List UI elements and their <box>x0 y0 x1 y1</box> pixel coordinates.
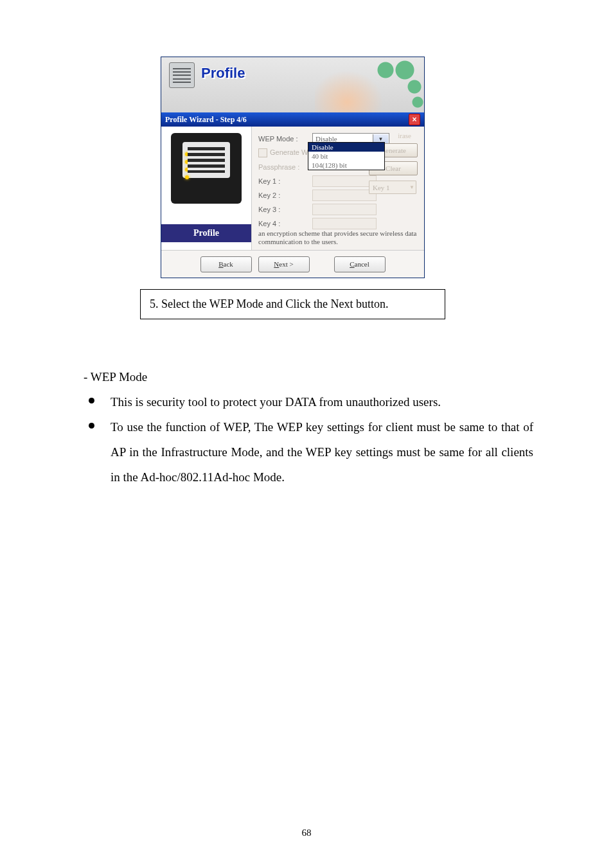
back-accel: B <box>218 260 223 268</box>
key4-row: Key 4 : <box>258 217 418 231</box>
default-key-select[interactable]: Key 1 ▼ <box>369 181 416 194</box>
wep-option-40bit[interactable]: 40 bit <box>308 152 384 161</box>
key3-row: Key 3 : <box>258 202 418 217</box>
wizard-nav: Back Next > Cancel <box>161 250 424 278</box>
description-text: an encryption scheme that provides secur… <box>258 229 418 246</box>
right-pane: irase WEP Mode : Disable ▼ Disable 40 bi… <box>252 127 424 250</box>
key4-label: Key 4 : <box>258 220 308 227</box>
left-pane: Profile <box>161 127 252 250</box>
passphrase-label: Passphrase : <box>258 163 308 171</box>
key1-field[interactable] <box>312 175 377 187</box>
document-icon <box>169 62 195 88</box>
list-item: To use the function of WEP, The WEP key … <box>84 415 533 490</box>
led-icon <box>185 168 189 172</box>
next-button[interactable]: Next > <box>258 256 310 272</box>
profile-wizard-screenshot: Profile Profile Wizard - Step 4/6 × Prof… <box>161 57 425 278</box>
key2-label: Key 2 : <box>258 191 308 199</box>
led-icon <box>185 152 189 156</box>
key2-field[interactable] <box>312 190 377 201</box>
key3-field[interactable] <box>312 204 377 215</box>
profile-illustration <box>171 133 242 204</box>
step-title-bar: Profile Wizard - Step 4/6 × <box>161 112 424 127</box>
generate-label: Generate W <box>270 148 308 156</box>
profile-wizard-dialog: Profile Profile Wizard - Step 4/6 × Prof… <box>161 57 425 278</box>
page: Profile Profile Wizard - Step 4/6 × Prof… <box>0 0 613 868</box>
key4-field[interactable] <box>312 218 377 229</box>
default-key-value: Key 1 <box>373 184 390 191</box>
figure-caption: 5. Select the WEP Mode and Click the Nex… <box>140 289 445 319</box>
left-pane-label: Profile <box>161 224 251 242</box>
back-button[interactable]: Back <box>200 256 252 272</box>
bullet-list: This is security tool to protect your DA… <box>84 390 533 490</box>
wep-option-disable[interactable]: Disable <box>308 143 384 152</box>
list-item: This is security tool to protect your DA… <box>84 390 533 415</box>
chevron-down-icon: ▼ <box>409 184 414 190</box>
page-number: 68 <box>0 828 613 838</box>
wep-mode-label: WEP Mode : <box>258 135 308 143</box>
phrase-suffix-label: irase <box>398 132 411 139</box>
next-accel: N <box>274 260 279 268</box>
section-heading: - WEP Mode <box>84 365 533 390</box>
dialog-body: Profile irase WEP Mode : Disable ▼ Disab… <box>161 127 424 250</box>
generate-checkbox[interactable] <box>258 148 267 157</box>
wep-mode-dropdown[interactable]: Disable 40 bit 104(128) bit <box>308 142 385 170</box>
cancel-button[interactable]: Cancel <box>334 256 386 272</box>
step-title: Profile Wizard - Step 4/6 <box>165 115 247 125</box>
key1-label: Key 1 : <box>258 177 308 185</box>
close-icon[interactable]: × <box>409 114 420 125</box>
body-text: - WEP Mode This is security tool to prot… <box>84 365 533 490</box>
hand-graphic <box>315 57 424 112</box>
dialog-banner: Profile <box>161 57 424 112</box>
led-icon <box>185 175 189 179</box>
key3-label: Key 3 : <box>258 206 308 213</box>
led-icon <box>185 160 189 164</box>
wep-option-104bit[interactable]: 104(128) bit <box>308 161 384 170</box>
banner-title: Profile <box>201 66 245 80</box>
cancel-accel: C <box>350 260 354 268</box>
